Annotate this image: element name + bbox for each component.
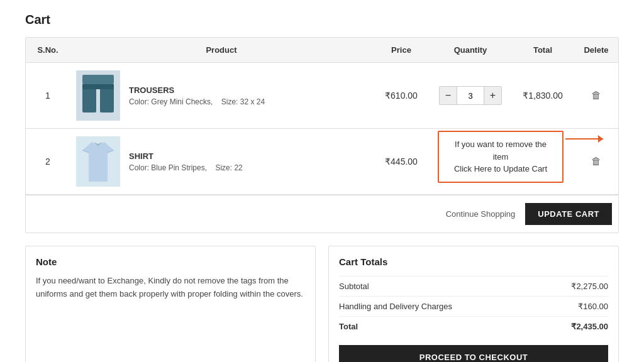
cart-table-container: S.No. Product Price Quantity Total Delet… bbox=[25, 37, 619, 233]
row1-price: ₹610.00 bbox=[373, 63, 430, 129]
total-label: Total bbox=[339, 322, 358, 331]
row2-sno: 2 bbox=[26, 129, 70, 195]
note-text: If you need/want to Exchange, Kindly do … bbox=[36, 275, 305, 301]
svg-rect-3 bbox=[82, 84, 114, 89]
row1-product-image bbox=[76, 70, 120, 121]
tooltip-line1: If you want to remove the item bbox=[455, 140, 547, 162]
tooltip-line2: Click Here to Update Cart bbox=[454, 164, 547, 173]
row1-delete-button[interactable]: 🗑 bbox=[591, 90, 601, 101]
bottom-section: Note If you need/want to Exchange, Kindl… bbox=[25, 246, 619, 362]
row1-qty-minus[interactable]: − bbox=[440, 87, 457, 104]
checkout-button[interactable]: PROCEED TO CHECKOUT bbox=[339, 345, 608, 362]
total-row: Total ₹2,435.00 bbox=[339, 316, 608, 336]
cart-totals-box: Cart Totals Subtotal ₹2,275.00 Handling … bbox=[328, 246, 619, 362]
subtotal-label: Subtotal bbox=[339, 282, 369, 291]
table-header-row: S.No. Product Price Quantity Total Delet… bbox=[26, 38, 618, 63]
tooltip-box: If you want to remove the item Click Her… bbox=[438, 131, 564, 183]
header-product: Product bbox=[70, 38, 373, 63]
header-price: Price bbox=[373, 38, 430, 63]
total-value: ₹2,435.00 bbox=[571, 322, 608, 331]
trousers-svg bbox=[79, 74, 117, 118]
handling-row: Handling and Delivery Charges ₹160.00 bbox=[339, 296, 608, 316]
row1-product-info: TROUSERS Color: Grey Mini Checks, Size: … bbox=[129, 85, 265, 106]
row2-price: ₹445.00 bbox=[373, 129, 430, 195]
header-total: Total bbox=[511, 38, 574, 63]
header-delete: Delete bbox=[574, 38, 618, 63]
page-title: Cart bbox=[25, 13, 619, 27]
row1-qty-control: − + bbox=[439, 86, 502, 105]
table-row: 1 TROUSERS bbox=[26, 63, 618, 129]
note-box: Note If you need/want to Exchange, Kindl… bbox=[25, 246, 316, 362]
cart-totals-title: Cart Totals bbox=[339, 256, 608, 267]
row1-qty-cell: − + bbox=[430, 63, 511, 129]
handling-value: ₹160.00 bbox=[578, 302, 608, 311]
row2-delete-button[interactable]: 🗑 bbox=[591, 156, 601, 167]
row2-product-image bbox=[76, 136, 120, 187]
row1-qty-input[interactable] bbox=[457, 87, 484, 104]
row1-qty-plus[interactable]: + bbox=[484, 87, 501, 104]
row2-product-details: Color: Blue Pin Stripes, Size: 22 bbox=[129, 163, 243, 172]
row1-product-name: TROUSERS bbox=[129, 85, 265, 95]
tooltip-arrow bbox=[565, 138, 603, 140]
svg-marker-4 bbox=[82, 142, 114, 182]
row1-total: ₹1,830.00 bbox=[511, 63, 574, 129]
handling-label: Handling and Delivery Charges bbox=[339, 302, 452, 311]
row1-sno: 1 bbox=[26, 63, 70, 129]
header-quantity: Quantity bbox=[430, 38, 511, 63]
shirt-svg bbox=[79, 139, 117, 184]
row1-product-cell: TROUSERS Color: Grey Mini Checks, Size: … bbox=[70, 63, 373, 129]
update-cart-button[interactable]: UPDATE CART bbox=[525, 203, 612, 225]
row2-product-cell: SHIRT Color: Blue Pin Stripes, Size: 22 bbox=[70, 129, 373, 195]
header-sno: S.No. bbox=[26, 38, 70, 63]
row2-product-info: SHIRT Color: Blue Pin Stripes, Size: 22 bbox=[129, 151, 243, 172]
svg-rect-0 bbox=[82, 75, 114, 84]
subtotal-row: Subtotal ₹2,275.00 bbox=[339, 276, 608, 296]
row1-delete-cell: 🗑 bbox=[574, 63, 618, 129]
cart-footer: Continue Shopping UPDATE CART bbox=[26, 195, 618, 233]
subtotal-value: ₹2,275.00 bbox=[571, 282, 608, 291]
note-title: Note bbox=[36, 256, 305, 267]
continue-shopping-link[interactable]: Continue Shopping bbox=[446, 209, 516, 219]
row2-product-name: SHIRT bbox=[129, 151, 243, 161]
row1-product-details: Color: Grey Mini Checks, Size: 32 x 24 bbox=[129, 97, 265, 106]
